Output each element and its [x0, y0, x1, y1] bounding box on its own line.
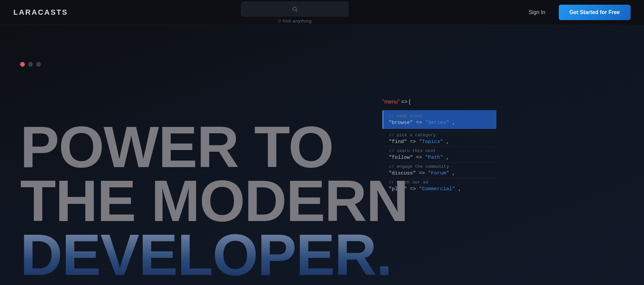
hero-line-2: THE MODERN — [20, 174, 408, 228]
hero-section: "menu" => [ // deep dives "browse" => "S… — [0, 25, 644, 285]
hero-line-3: DEVELOPER. — [20, 228, 408, 282]
hero-line-1: POWER TO — [20, 120, 408, 174]
svg-line-1 — [296, 10, 298, 11]
sign-in-button[interactable]: Sign In — [522, 6, 552, 19]
menu-header: "menu" => [ — [382, 99, 496, 105]
svg-point-0 — [293, 7, 297, 11]
comment-series: // deep dives — [389, 114, 492, 119]
search-icon — [292, 6, 298, 12]
search-box[interactable] — [241, 2, 348, 16]
search-area[interactable]: // find anything — [241, 2, 348, 23]
get-started-button[interactable]: Get Started for Free — [559, 5, 631, 20]
hero-text: POWER TO THE MODERN DEVELOPER. — [20, 120, 408, 282]
window-dot-red — [20, 62, 25, 67]
navbar: LARACASTS // find anything Sign In Get S… — [0, 0, 644, 25]
search-hint: // find anything — [278, 18, 312, 23]
window-dots — [20, 62, 41, 67]
window-dot-gray-2 — [36, 62, 41, 67]
logo: LARACASTS — [13, 8, 68, 17]
nav-right: Sign In Get Started for Free — [522, 5, 631, 20]
window-dot-gray-1 — [28, 62, 33, 67]
